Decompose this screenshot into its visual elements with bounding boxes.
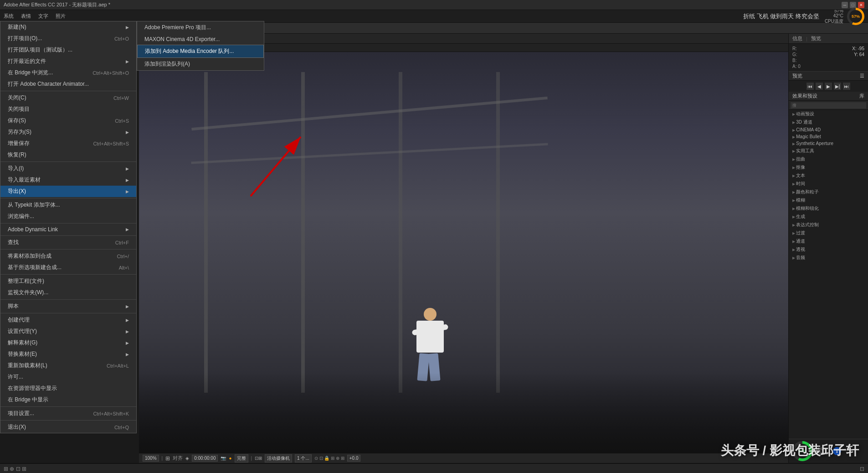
menu-open-character[interactable]: 打开 Adobe Character Animator... xyxy=(0,78,136,90)
scene-pole-4 xyxy=(496,72,500,393)
menu-save-as[interactable]: 另存为(S) xyxy=(0,126,136,138)
menu-quit[interactable]: 退出(X)Ctrl+Q xyxy=(0,421,136,433)
scene-pole-3 xyxy=(399,72,402,393)
info-panel-header: 信息 | 预览 xyxy=(789,34,868,44)
effect-cat-blur-sharpen[interactable]: 模糊和锐化 xyxy=(789,204,868,213)
menu-import-recent[interactable]: 导入最近素材 xyxy=(0,174,136,186)
library-label[interactable]: 库 xyxy=(859,93,864,99)
offset-value[interactable]: +0.0 xyxy=(347,455,361,462)
preview-next-frame[interactable]: ▶| xyxy=(834,83,841,90)
speed-values: 10K/s 2026K/s xyxy=(815,447,830,456)
menu-plugins[interactable]: 浏览编件... xyxy=(0,211,136,222)
menu-open-team[interactable]: 打开团队项目（测试版）... xyxy=(0,44,136,56)
menu-export[interactable]: 导出(X) xyxy=(0,186,136,197)
export-cinema4d[interactable]: MAXON Cinema 4D Exporter... xyxy=(137,34,264,45)
menu-consolidate[interactable]: 整理工程(文件) xyxy=(0,275,136,287)
info-label[interactable]: 信息 xyxy=(792,35,802,42)
close-button[interactable]: ✕ xyxy=(858,2,864,8)
menu-close-project[interactable]: 关闭项目 xyxy=(0,104,136,115)
export-premiere[interactable]: Adobe Premiere Pro 项目... xyxy=(137,21,264,34)
minimize-button[interactable]: ─ xyxy=(842,2,848,8)
timecode[interactable]: 0:00:00:00 xyxy=(192,455,218,462)
sep2 xyxy=(0,161,136,162)
menu-create-proxy[interactable]: 创建代理 xyxy=(0,314,136,326)
effect-cat-cinema4d[interactable]: CINEMA 4D xyxy=(789,126,868,133)
export-submenu: Adobe Premiere Pro 项目... MAXON Cinema 4D… xyxy=(137,21,264,71)
sys-item-text[interactable]: 文字 xyxy=(38,13,48,20)
effect-cat-animation[interactable]: 动画预设 xyxy=(789,110,868,118)
effect-cat-expression[interactable]: 表达式控制 xyxy=(789,221,868,229)
menu-new-comp-from-sel[interactable]: 基于所选项新建合成...Alt+\ xyxy=(0,262,136,273)
y-coord: Y: 64 xyxy=(854,52,864,57)
menu-find[interactable]: 查找Ctrl+F xyxy=(0,237,136,248)
menu-open-project[interactable]: 打开项目(O)...Ctrl+O xyxy=(0,33,136,44)
effect-cat-blur[interactable]: 模糊 xyxy=(789,196,868,204)
menu-save[interactable]: 保存(S)Ctrl+S xyxy=(0,115,136,126)
preview-first[interactable]: ⏮ xyxy=(806,83,814,90)
effects-label[interactable]: 效果和预设 xyxy=(792,93,817,99)
effect-cat-synthetic-aperture[interactable]: Synthetic Aperture xyxy=(789,140,868,147)
menu-scripts[interactable]: 脚本 xyxy=(0,301,136,312)
view-count[interactable]: 1 个... xyxy=(295,454,312,463)
menu-icon[interactable]: ☰ xyxy=(860,73,864,79)
effects-search-bar xyxy=(789,101,868,110)
a-val: A: 0 xyxy=(792,64,801,69)
menu-replace-footage[interactable]: 替换素材(E) xyxy=(0,348,136,360)
effect-cat-audio[interactable]: 音频 xyxy=(789,254,868,262)
effect-cat-keying[interactable]: 抠像 xyxy=(789,163,868,172)
menu-interpret-footage[interactable]: 解释素材(G) xyxy=(0,337,136,348)
preview-prev-frame[interactable]: ◀ xyxy=(816,83,823,90)
preview-section-header: 预览 ☰ xyxy=(789,72,868,81)
snap-toggle[interactable]: 对齐 xyxy=(173,455,183,462)
menu-project-settings[interactable]: 项目设置...Ctrl+Alt+Shift+K xyxy=(0,408,136,419)
effect-cat-perspective[interactable]: 透视 xyxy=(789,245,868,254)
quality-select[interactable]: 完整 xyxy=(235,454,248,463)
tl-right-icons: ⊡ xyxy=(860,466,864,472)
preview-play[interactable]: ▶ xyxy=(825,83,832,90)
speed-up: 10K/s xyxy=(815,447,830,451)
menu-close[interactable]: 关闭(C)Ctrl+W xyxy=(0,92,136,104)
effect-cat-time[interactable]: 时间 xyxy=(789,180,868,188)
menu-license[interactable]: 许可... xyxy=(0,371,136,383)
menu-dynamic-link[interactable]: Adobe Dynamic Link xyxy=(0,224,136,234)
effect-cat-magic-bullet[interactable]: Magic Bullet xyxy=(789,133,868,140)
menu-typekit[interactable]: 从 Typekit 添加字体... xyxy=(0,199,136,211)
menu-add-footage[interactable]: 将素材添加到合成Ctrl+/ xyxy=(0,250,136,262)
menu-reload-footage[interactable]: 重新加载素材(L)Ctrl+Alt+L xyxy=(0,360,136,371)
effect-cat-color[interactable]: 颜色和粒子 xyxy=(789,188,868,196)
menu-open-recent[interactable]: 打开最近的文件 xyxy=(0,56,136,67)
effect-cat-3d[interactable]: 3D 通道 xyxy=(789,118,868,126)
effect-cat-utility[interactable]: 实用工具 xyxy=(789,147,868,155)
effect-cat-transition[interactable]: 过渡 xyxy=(789,229,868,237)
sys-item-emoji[interactable]: 表情 xyxy=(21,13,31,20)
menu-reveal-bridge[interactable]: 在 Bridge 中显示 xyxy=(0,394,136,405)
maximize-button[interactable]: □ xyxy=(850,2,856,8)
menu-import[interactable]: 导入(I) xyxy=(0,163,136,174)
menu-set-proxy[interactable]: 设置代理(Y) xyxy=(0,326,136,337)
menu-new[interactable]: 新建(N) xyxy=(0,21,136,33)
cpu-inner-val: 57% xyxy=(795,444,810,458)
search-field-bg[interactable] xyxy=(798,102,866,109)
camera-select[interactable]: 活动摄像机 xyxy=(265,454,292,463)
menu-reveal-explorer[interactable]: 在资源管理器中显示 xyxy=(0,383,136,394)
menu-browse-bridge[interactable]: 在 Bridge 中浏览...Ctrl+Alt+Shift+O xyxy=(0,67,136,78)
menu-watch-folder[interactable]: 监视文件夹(W)... xyxy=(0,287,136,298)
preview-label[interactable]: 预览 xyxy=(811,35,821,42)
effect-cat-text[interactable]: 文本 xyxy=(789,172,868,180)
effect-cat-channel[interactable]: 通道 xyxy=(789,237,868,245)
effect-cat-generate[interactable]: 生成 xyxy=(789,213,868,221)
effects-search-input[interactable] xyxy=(791,102,798,109)
export-render-queue[interactable]: 添加到渲染队列(A) xyxy=(137,58,264,70)
zoom-control[interactable]: 100% xyxy=(143,455,159,462)
effect-cat-distort[interactable]: 扭曲 xyxy=(789,155,868,163)
sys-item-photo[interactable]: 照片 xyxy=(56,13,66,20)
sep10 xyxy=(0,406,136,407)
network-icon: ℹ xyxy=(833,447,841,455)
export-media-encoder[interactable]: 添加到 Adobe Media Encoder 队列... xyxy=(137,45,264,58)
menu-increment-save[interactable]: 增量保存Ctrl+Alt+Shift+S xyxy=(0,138,136,149)
tl-icons: ⊞ ⊕ ⊡ ⊞ xyxy=(4,466,26,472)
speed-widget: 57% 10K/s 2026K/s ℹ xyxy=(789,439,868,463)
sys-item-system[interactable]: 系统 xyxy=(4,13,14,20)
menu-revert[interactable]: 恢复(R) xyxy=(0,149,136,161)
preview-last[interactable]: ⏭ xyxy=(843,83,850,90)
